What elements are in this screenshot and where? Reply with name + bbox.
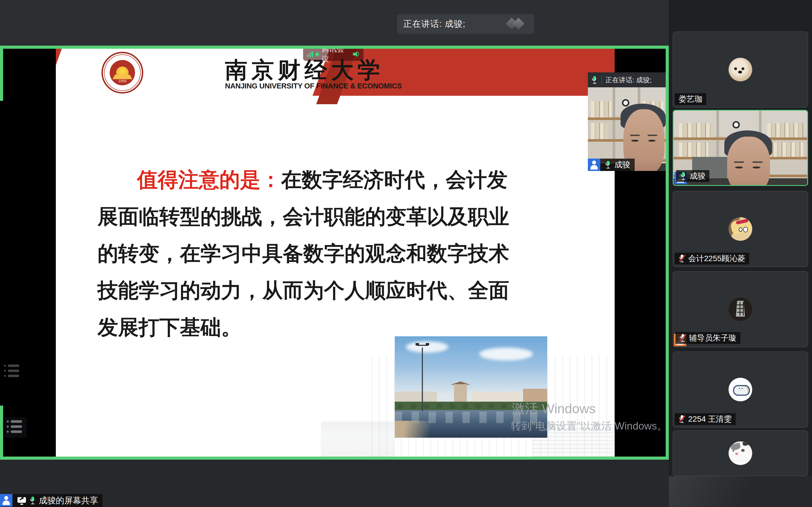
tencent-meeting-logo-icon [506, 18, 528, 30]
microphone-muted-icon [679, 254, 686, 263]
overlay-speaking-text: 正在讲话: 成骏; [605, 75, 652, 84]
slide-line-3: 的转变，在学习中具备数字的观念和数字技术 [98, 235, 580, 272]
screen-share-icon [17, 496, 27, 505]
share-border [666, 46, 669, 460]
avatar [728, 297, 752, 321]
share-status-text: 成骏的屏幕共享 [39, 495, 98, 506]
list-icon [4, 364, 22, 380]
active-speaker-text: 正在讲话: 成骏; [403, 18, 465, 30]
slide-highlight-text: 值得注意的是： [137, 168, 281, 191]
participant-tile[interactable]: 会计2255顾沁菱 [673, 191, 808, 267]
overlay-video: 成骏 [588, 87, 666, 171]
avatar [728, 441, 752, 465]
university-name-en: NANJING UNIVERSITY OF FINANCE & ECONOMIC… [225, 82, 402, 91]
slide-paragraph: 值得注意的是：在数字经济时代，会计发 展面临转型的挑战，会计职能的变革以及职业 … [98, 161, 580, 346]
microphone-on-icon [605, 160, 612, 169]
slide-line-4: 技能学习的动力，从而为个人顺应时代、全面 [98, 272, 580, 309]
screen-share-status: 成骏的屏幕共享 [0, 494, 103, 507]
microphone-on-icon [29, 496, 36, 505]
screen-share-region: 1956 南京财经大学 NANJING UNIVERSITY OF FINANC… [0, 46, 669, 460]
avatar [728, 378, 752, 401]
microphone-on-icon [680, 172, 687, 180]
participant-tile-active-speaker[interactable]: 成骏 [673, 110, 808, 186]
meeting-app-name: 腾讯会议 [321, 48, 350, 64]
person-badge-icon [0, 494, 12, 506]
list-icon [4, 417, 27, 438]
overlay-speaker-name: 成骏 [614, 159, 630, 170]
participant-name: 娄艺珈 [675, 93, 706, 105]
active-speaker-pill[interactable]: 正在讲话: 成骏; [397, 14, 534, 34]
share-border [0, 457, 669, 460]
overlay-header: 正在讲话: 成骏; [588, 72, 666, 87]
microphone-muted-icon [679, 334, 686, 342]
participant-name: 辅导员朱子璇 [689, 333, 737, 343]
participant-name: 会计2255顾沁菱 [688, 253, 745, 264]
share-border [0, 46, 669, 49]
windows-activation-watermark-line2: 转到“电脑设置”以激活 Windows。 [511, 419, 667, 433]
university-seal: 1956 [101, 52, 143, 94]
speaker-icon [353, 50, 359, 58]
slide-line-2: 展面临转型的挑战，会计职能的变革以及职业 [98, 198, 580, 235]
participant-name: 2254 王清雯 [688, 414, 732, 425]
clock-icon [622, 99, 629, 107]
share-border [0, 406, 3, 460]
recording-dot-icon [315, 52, 319, 56]
speaker-video-overlay[interactable]: 正在讲话: 成骏; 成骏 [588, 72, 666, 171]
microphone-on-icon [591, 75, 598, 84]
meeting-app-badge: 腾讯会议 [303, 48, 363, 61]
participant-name: 成骏 [690, 171, 705, 181]
participant-tile[interactable]: 娄艺珈 [673, 32, 808, 108]
windows-activation-watermark-line1: 激活 Windows [512, 400, 596, 418]
person-badge-icon [588, 159, 600, 171]
presentation-slide: 1956 南京财经大学 NANJING UNIVERSITY OF FINANC… [56, 48, 615, 457]
share-border [0, 46, 3, 101]
avatar [728, 58, 752, 81]
clock-icon [732, 121, 740, 128]
participant-tile[interactable]: 辅导员朱子璇 [673, 271, 808, 347]
participant-tile[interactable] [673, 431, 808, 476]
slide-line-1: 在数字经济时代，会计发 [281, 168, 507, 191]
signal-bars-icon [307, 51, 313, 57]
top-bar: 正在讲话: 成骏; [0, 0, 669, 46]
slide-background-watermark [321, 406, 394, 457]
avatar [728, 217, 752, 241]
participant-tile[interactable]: 2254 王清雯 [673, 351, 808, 428]
participants-sidebar: 娄艺珈 成骏 会计2255顾沁菱 [669, 0, 812, 507]
microphone-muted-icon [679, 414, 686, 424]
